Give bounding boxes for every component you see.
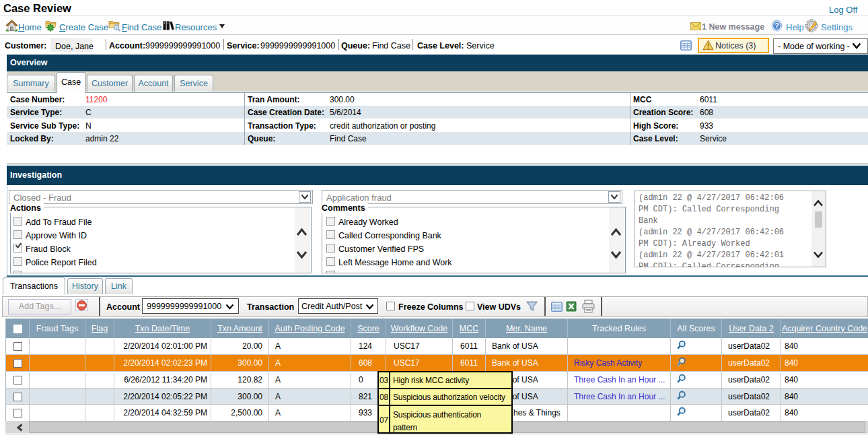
svg-text:?: ? (774, 22, 779, 30)
